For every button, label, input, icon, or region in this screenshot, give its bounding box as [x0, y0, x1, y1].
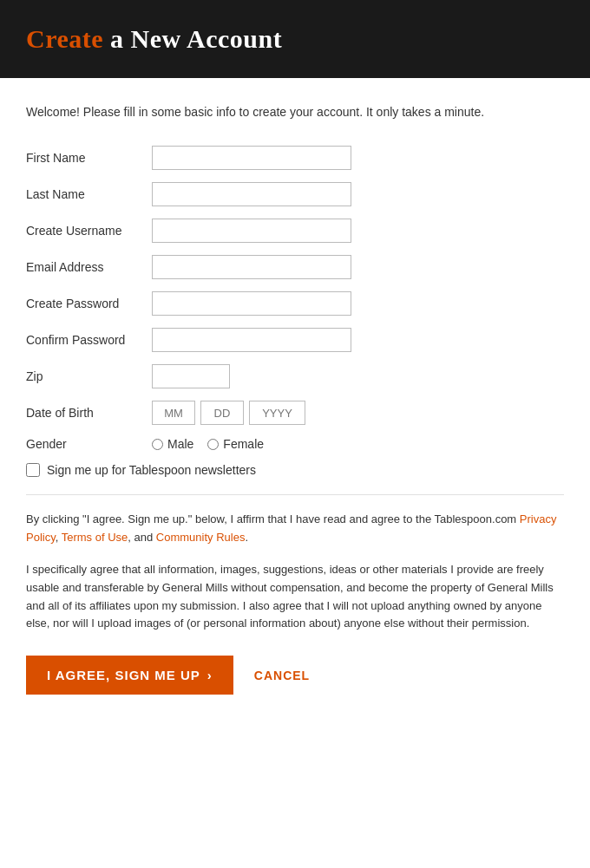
dob-dd-input[interactable] [200, 401, 244, 425]
first-name-label: First Name [26, 151, 152, 165]
dob-yyyy-input[interactable] [249, 401, 305, 425]
username-label: Create Username [26, 224, 152, 238]
zip-input[interactable] [152, 364, 230, 388]
community-rules-link[interactable]: Community Rules [156, 531, 246, 544]
last-name-input[interactable] [152, 182, 351, 206]
newsletter-label[interactable]: Sign me up for Tablespoon newsletters [47, 463, 256, 477]
legal-intro: By clicking "I agree. Sign me up." below… [26, 512, 520, 525]
zip-label: Zip [26, 369, 152, 383]
gender-male-label: Male [167, 437, 193, 451]
confirm-password-row: Confirm Password [26, 328, 564, 352]
last-name-label: Last Name [26, 187, 152, 201]
gender-row: Gender Male Female [26, 437, 564, 451]
dob-label: Date of Birth [26, 406, 152, 420]
form-content: Welcome! Please fill in some basic info … [0, 78, 590, 721]
legal-period: . [245, 531, 248, 544]
password-row: Create Password [26, 291, 564, 316]
gender-female-radio[interactable] [207, 439, 219, 450]
page-header: Create a New Account [0, 0, 590, 78]
gender-label: Gender [26, 437, 152, 451]
email-input[interactable] [152, 255, 351, 279]
newsletter-checkbox[interactable] [26, 463, 40, 477]
gender-female-label: Female [223, 437, 264, 451]
divider [26, 494, 564, 495]
gender-container: Male Female [152, 437, 264, 451]
legal-text-1: By clicking "I agree. Sign me up." below… [26, 511, 564, 547]
confirm-password-label: Confirm Password [26, 333, 152, 347]
welcome-text: Welcome! Please fill in some basic info … [26, 102, 564, 121]
specific-legal-text: I specifically agree that all informatio… [26, 561, 564, 633]
gender-male-radio[interactable] [152, 439, 163, 450]
password-input[interactable] [152, 291, 351, 316]
registration-form: First Name Last Name Create Username Ema… [26, 146, 564, 695]
cancel-button[interactable]: CANCEL [254, 669, 310, 682]
confirm-password-input[interactable] [152, 328, 351, 352]
page-title: Create a New Account [26, 24, 564, 54]
dob-mm-input[interactable] [152, 401, 195, 425]
title-rest: a New Account [103, 24, 282, 53]
title-highlight: Create [26, 24, 103, 53]
dob-row: Date of Birth [26, 401, 564, 425]
page-wrapper: Create a New Account Welcome! Please fil… [0, 0, 590, 868]
button-row: I AGREE, SIGN ME UP › CANCEL [26, 656, 564, 695]
agree-button-label: I AGREE, SIGN ME UP [47, 668, 200, 682]
terms-of-use-link[interactable]: Terms of Use [62, 531, 128, 544]
email-row: Email Address [26, 255, 564, 279]
username-row: Create Username [26, 219, 564, 243]
zip-row: Zip [26, 364, 564, 388]
first-name-row: First Name [26, 146, 564, 170]
gender-female-option[interactable]: Female [207, 437, 264, 451]
dob-container [152, 401, 305, 425]
agree-button[interactable]: I AGREE, SIGN ME UP › [26, 656, 233, 695]
gender-male-option[interactable]: Male [152, 437, 193, 451]
newsletter-row: Sign me up for Tablespoon newsletters [26, 463, 564, 477]
last-name-row: Last Name [26, 182, 564, 206]
email-label: Email Address [26, 260, 152, 274]
agree-button-arrow: › [207, 668, 213, 682]
legal-comma1: , [56, 531, 62, 544]
first-name-input[interactable] [152, 146, 351, 170]
legal-and: , and [128, 531, 156, 544]
username-input[interactable] [152, 219, 351, 243]
password-label: Create Password [26, 297, 152, 310]
